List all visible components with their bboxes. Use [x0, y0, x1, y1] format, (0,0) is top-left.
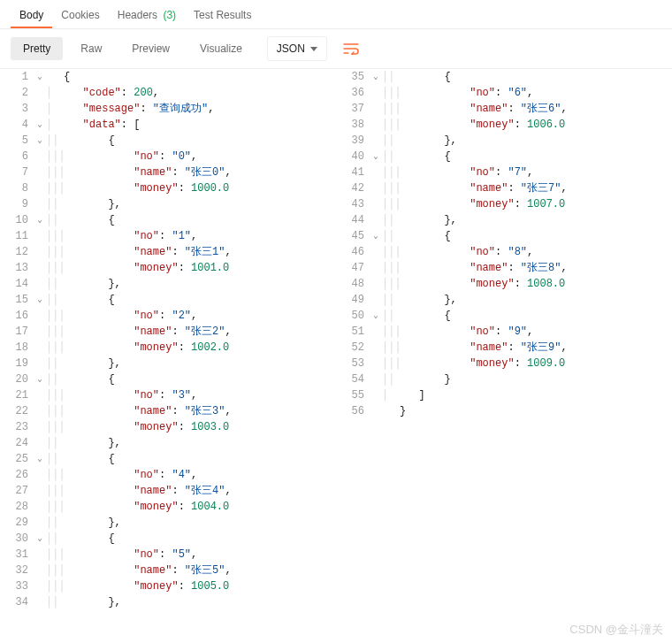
line-number: 5 — [0, 133, 34, 149]
line-number: 43 — [336, 196, 370, 212]
code-column-right: 35⌄││ {36│││ "no": "6",37│││ "name": "张三… — [336, 69, 672, 610]
tab-headers-label: Headers — [118, 9, 157, 21]
line-number: 18 — [0, 340, 34, 356]
indent-guide: │││ — [46, 260, 64, 276]
line-number: 22 — [0, 403, 34, 419]
fold-toggle[interactable]: ⌄ — [370, 308, 382, 324]
indent-guide: │││ — [382, 180, 400, 196]
wrap-lines-button[interactable] — [336, 37, 366, 60]
fold-toggle[interactable]: ⌄ — [34, 451, 46, 467]
line-number: 56 — [336, 403, 370, 419]
code-line: 16│││ "no": "2", — [0, 308, 336, 324]
indent-guide: │││ — [382, 276, 400, 292]
code-line: 51│││ "no": "9", — [336, 324, 672, 340]
chevron-down-icon — [310, 47, 317, 51]
indent-guide: ││ — [46, 371, 64, 387]
code-line: 23│││ "money": 1003.0 — [0, 419, 336, 435]
code-content: "money": 1005.0 — [64, 578, 336, 594]
line-number: 29 — [0, 515, 34, 531]
indent-guide: │││ — [46, 149, 64, 165]
line-number: 35 — [336, 69, 370, 85]
line-number: 24 — [0, 435, 34, 451]
fold-toggle[interactable]: ⌄ — [34, 69, 46, 85]
tab-headers[interactable]: Headers (3) — [109, 4, 185, 28]
code-content: "name": "张三8", — [400, 260, 672, 276]
fold-toggle[interactable]: ⌄ — [34, 531, 46, 547]
indent-guide: │││ — [382, 85, 400, 101]
fold-toggle[interactable]: ⌄ — [370, 228, 382, 244]
indent-guide: │ — [382, 387, 400, 403]
indent-guide: │││ — [46, 419, 64, 435]
tab-cookies[interactable]: Cookies — [52, 4, 108, 28]
indent-guide: ││ — [382, 133, 400, 149]
code-content: "message": "查询成功", — [64, 101, 336, 117]
response-body[interactable]: 1⌄{2│ "code": 200,3│ "message": "查询成功",4… — [0, 69, 672, 610]
code-content: "no": "2", — [64, 308, 336, 324]
line-number: 41 — [336, 165, 370, 180]
code-content: }, — [400, 133, 672, 149]
code-line: 4⌄│ "data": [ — [0, 117, 336, 133]
code-content: }, — [64, 276, 336, 292]
indent-guide: │││ — [46, 324, 64, 340]
indent-guide: │││ — [382, 340, 400, 356]
line-number: 26 — [0, 467, 34, 483]
code-line: 54││ } — [336, 371, 672, 387]
fold-toggle[interactable]: ⌄ — [34, 117, 46, 133]
code-content: "money": 1003.0 — [64, 419, 336, 435]
code-line: 43│││ "money": 1007.0 — [336, 196, 672, 212]
indent-guide: ││ — [46, 594, 64, 610]
code-content: "name": "张三1", — [64, 244, 336, 260]
code-line: 11│││ "no": "1", — [0, 228, 336, 244]
line-number: 28 — [0, 499, 34, 515]
code-content: ] — [400, 387, 672, 403]
indent-guide: │││ — [46, 228, 64, 244]
code-content: "no": "3", — [64, 387, 336, 403]
fold-toggle[interactable]: ⌄ — [34, 371, 46, 387]
code-column-left: 1⌄{2│ "code": 200,3│ "message": "查询成功",4… — [0, 69, 336, 610]
visualize-button[interactable]: Visualize — [187, 37, 255, 60]
code-line: 15⌄││ { — [0, 292, 336, 308]
code-content: { — [400, 149, 672, 165]
code-line: 48│││ "money": 1008.0 — [336, 276, 672, 292]
code-content: }, — [64, 356, 336, 371]
line-number: 37 — [336, 101, 370, 117]
raw-button[interactable]: Raw — [68, 37, 114, 60]
fold-toggle[interactable]: ⌄ — [34, 212, 46, 228]
indent-guide: │││ — [46, 547, 64, 563]
line-number: 54 — [336, 371, 370, 387]
code-content: "name": "张三3", — [64, 403, 336, 419]
indent-guide: ││ — [46, 515, 64, 531]
tab-body[interactable]: Body — [11, 4, 52, 28]
tab-test-results[interactable]: Test Results — [185, 4, 260, 28]
fold-toggle[interactable]: ⌄ — [34, 292, 46, 308]
code-content: { — [64, 133, 336, 149]
code-content: "name": "张三6", — [400, 101, 672, 117]
code-line: 10⌄││ { — [0, 212, 336, 228]
line-number: 31 — [0, 547, 34, 563]
line-number: 20 — [0, 371, 34, 387]
fold-toggle[interactable]: ⌄ — [370, 149, 382, 165]
code-line: 55│ ] — [336, 387, 672, 403]
code-line: 18│││ "money": 1002.0 — [0, 340, 336, 356]
line-number: 45 — [336, 228, 370, 244]
line-number: 11 — [0, 228, 34, 244]
line-number: 10 — [0, 212, 34, 228]
fold-toggle[interactable]: ⌄ — [370, 69, 382, 85]
indent-guide: ││ — [382, 69, 400, 85]
code-line: 7│││ "name": "张三0", — [0, 165, 336, 180]
code-line: 25⌄││ { — [0, 451, 336, 467]
code-line: 42│││ "name": "张三7", — [336, 180, 672, 196]
code-content: "no": "1", — [64, 228, 336, 244]
preview-button[interactable]: Preview — [119, 37, 182, 60]
indent-guide: │││ — [46, 499, 64, 515]
code-content: "no": "4", — [64, 467, 336, 483]
indent-guide: │││ — [382, 165, 400, 180]
line-number: 36 — [336, 85, 370, 101]
code-line: 14││ }, — [0, 276, 336, 292]
format-select[interactable]: JSON — [267, 36, 327, 61]
code-content: "money": 1000.0 — [64, 180, 336, 196]
indent-guide: │││ — [382, 244, 400, 260]
pretty-button[interactable]: Pretty — [11, 37, 63, 60]
indent-guide: ││ — [46, 531, 64, 547]
fold-toggle[interactable]: ⌄ — [34, 133, 46, 149]
